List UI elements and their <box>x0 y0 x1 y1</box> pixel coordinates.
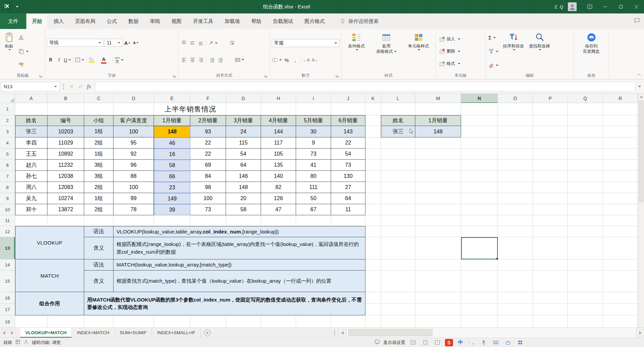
ribbon-tab-0[interactable]: 开始 <box>26 13 48 29</box>
font-dialog-launcher[interactable] <box>172 74 176 78</box>
increase-font-size-button[interactable]: A <box>124 39 131 46</box>
row-header-9[interactable]: 9 <box>0 193 15 204</box>
underline-button[interactable]: U <box>64 56 71 64</box>
ribbon-tab-4[interactable]: 数据 <box>123 13 144 29</box>
tab-file[interactable]: 文件 <box>0 13 26 29</box>
cell-F5[interactable]: 22 <box>190 149 226 160</box>
font-size-combo[interactable]: 11 <box>104 39 123 47</box>
column-header-E[interactable]: E <box>154 94 190 103</box>
cell-H10[interactable]: 47 <box>261 204 296 215</box>
formula-input[interactable] <box>95 82 635 91</box>
cell-C6[interactable]: 3组 <box>84 160 114 171</box>
column-header-G[interactable]: G <box>226 94 261 103</box>
bold-button[interactable]: B <box>47 56 54 64</box>
cell-F2[interactable]: 2月销量 <box>190 115 226 126</box>
row-header-1[interactable]: 1 <box>0 103 15 115</box>
cell-B6[interactable]: 11232 <box>47 160 84 171</box>
cell-C9[interactable]: 1组 <box>84 193 114 204</box>
paste-button[interactable]: 粘贴 <box>2 31 16 72</box>
row-header-3[interactable]: 3 <box>0 126 15 137</box>
find-select-button[interactable]: 查找和选择 <box>527 31 552 72</box>
decrease-indent-button[interactable] <box>208 56 216 63</box>
sort-filter-button[interactable]: 排序和筛选 <box>501 31 526 72</box>
cell-H6[interactable]: 135 <box>261 160 296 171</box>
cell-F10[interactable]: 73 <box>190 204 226 215</box>
cell-I8[interactable]: 111 <box>296 182 331 193</box>
ribbon-tab-3[interactable]: 公式 <box>101 13 123 29</box>
ribbon-tab-7[interactable]: 开发工具 <box>187 13 219 29</box>
format-as-table-button[interactable]: 套用表格格式 <box>375 31 398 72</box>
column-header-A[interactable]: A <box>15 94 47 103</box>
info-vlookup-meaning-label[interactable]: 含义 <box>84 237 114 259</box>
cell-H9[interactable]: 126 <box>261 193 296 204</box>
cell-D3[interactable]: 100 <box>114 126 154 137</box>
cell-A5[interactable]: 王五 <box>15 149 47 160</box>
cell-D8[interactable]: 100 <box>114 182 154 193</box>
cell-H3[interactable]: 144 <box>261 126 296 137</box>
align-bottom-button[interactable] <box>197 39 204 47</box>
cell-L2[interactable]: 姓名 <box>381 115 415 126</box>
cell-A4[interactable]: 李四 <box>15 137 47 149</box>
info-match-name[interactable]: MATCH <box>15 259 84 292</box>
row-header-8[interactable]: 8 <box>0 182 15 193</box>
cell-F3[interactable]: 93 <box>190 126 226 137</box>
cell-I7[interactable]: 80 <box>296 171 331 182</box>
fill-color-button[interactable] <box>88 56 95 64</box>
alignment-dialog-launcher[interactable] <box>264 74 268 78</box>
column-header-Q[interactable]: Q <box>568 94 603 103</box>
ribbon-tab-6[interactable]: 视图 <box>166 13 187 29</box>
cell-G4[interactable]: 115 <box>226 137 261 149</box>
info-match-meaning[interactable]: 根据查找方式(match_type)，查找某个值（lookup_value）在l… <box>114 271 365 292</box>
cell-H7[interactable]: 140 <box>261 171 296 182</box>
borders-button[interactable] <box>75 56 84 64</box>
cell-D9[interactable]: 99 <box>114 193 154 204</box>
cell-A8[interactable]: 周八 <box>15 182 47 193</box>
info-vlookup-name[interactable]: VLOOKUP <box>15 226 84 259</box>
cell-I6[interactable]: 41 <box>296 160 331 171</box>
column-header-B[interactable]: B <box>47 94 84 103</box>
column-header-M[interactable]: M <box>415 94 461 103</box>
selected-cell[interactable] <box>461 237 498 259</box>
enter-icon[interactable] <box>76 85 85 88</box>
vertical-scrollbar-thumb[interactable] <box>639 101 643 202</box>
sheet-nav-left-icon[interactable] <box>0 328 8 338</box>
cell-J2[interactable]: 6月销量 <box>331 115 365 126</box>
row-header-16[interactable]: 16 <box>0 292 15 304</box>
row-header-14[interactable]: 14 <box>0 259 15 271</box>
info-combo-name[interactable]: 组合作用 <box>15 292 84 315</box>
row-header-11[interactable]: 11 <box>0 215 15 226</box>
sheet-tab-1[interactable]: INDEX+MATCH <box>72 328 115 338</box>
column-header-N[interactable]: N <box>461 94 498 103</box>
cell-E9[interactable]: 149 <box>154 193 190 204</box>
clear-button[interactable] <box>487 62 500 68</box>
cell-G8[interactable]: 148 <box>226 182 261 193</box>
cell-B4[interactable]: 11029 <box>47 137 84 149</box>
cell-F6[interactable]: 69 <box>190 160 226 171</box>
info-vlookup-syntax[interactable]: VLOOKUP(lookup_value,table_array,col_ind… <box>114 226 365 237</box>
ime-chinese-mode[interactable]: 中 <box>456 339 464 346</box>
column-header-I[interactable]: I <box>296 94 331 103</box>
column-header-K[interactable]: K <box>365 94 381 103</box>
cell-A7[interactable]: 孙七 <box>15 171 47 182</box>
close-button[interactable] <box>629 0 644 13</box>
cell-E10[interactable]: 39 <box>154 204 190 215</box>
cell-E2[interactable]: 1月销量 <box>154 115 190 126</box>
cell-E8[interactable]: 23 <box>154 182 190 193</box>
cell-F9[interactable]: 100 <box>190 193 226 204</box>
align-top-button[interactable] <box>180 39 188 47</box>
info-vlookup-meaning[interactable]: 根据匹配模式(range_lookup)，在一个表格区域(table_array… <box>114 237 365 259</box>
ime-punctuation-mode[interactable]: ·， <box>468 339 476 346</box>
cell-F7[interactable]: 84 <box>190 171 226 182</box>
ribbon-tab-1[interactable]: 插入 <box>48 13 69 29</box>
conditional-formatting-button[interactable]: 条件格式 <box>346 31 366 72</box>
column-header-C[interactable]: C <box>84 94 114 103</box>
fill-button[interactable] <box>487 48 500 55</box>
orientation-button[interactable] <box>208 39 218 47</box>
cell-B7[interactable]: 12038 <box>47 171 84 182</box>
cell-C3[interactable]: 1组 <box>84 126 114 137</box>
cell-J7[interactable]: 130 <box>331 171 365 182</box>
cell-G3[interactable]: 24 <box>226 126 261 137</box>
clipboard-dialog-launcher[interactable] <box>39 74 43 78</box>
namebox-splitter[interactable] <box>63 86 64 87</box>
cell-D6[interactable]: 96 <box>114 160 154 171</box>
